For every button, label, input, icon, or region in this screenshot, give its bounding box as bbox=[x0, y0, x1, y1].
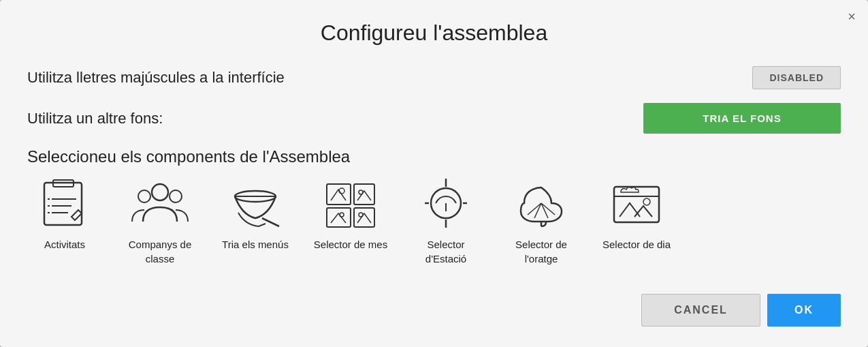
dialog-footer: CANCEL OK bbox=[27, 280, 841, 327]
selector-mes-icon bbox=[320, 177, 381, 232]
components-title: Seleccioneu els components de l'Assemble… bbox=[27, 147, 841, 166]
disabled-button[interactable]: DISABLED bbox=[752, 66, 841, 89]
svg-point-19 bbox=[340, 213, 344, 217]
close-button[interactable]: × bbox=[848, 10, 856, 23]
svg-point-20 bbox=[359, 213, 363, 217]
selector-mes-label: Selector de mes bbox=[314, 237, 387, 252]
activitats-label: Activitats bbox=[44, 237, 85, 252]
companys-icon bbox=[129, 177, 191, 232]
selector-estacio-icon bbox=[415, 177, 477, 232]
svg-point-33 bbox=[643, 198, 650, 205]
activitats-icon bbox=[34, 177, 95, 232]
icon-companys[interactable]: Companys de classe bbox=[123, 177, 197, 266]
components-section: Seleccioneu els components de l'Assemble… bbox=[27, 147, 841, 280]
tria-menus-icon bbox=[225, 177, 286, 232]
svg-line-28 bbox=[528, 203, 541, 215]
selector-oratge-label: Selector de l'oratge bbox=[504, 237, 579, 266]
svg-rect-13 bbox=[327, 184, 351, 205]
svg-line-31 bbox=[541, 203, 555, 215]
icon-activitats[interactable]: Activitats bbox=[27, 177, 102, 252]
svg-point-18 bbox=[359, 190, 363, 194]
uppercase-row: Utilitza lletres majúscules a la interfí… bbox=[27, 66, 841, 89]
tria-menus-label: Tria els menús bbox=[222, 237, 289, 252]
icon-tria-menus[interactable]: Tria els menús bbox=[218, 177, 293, 252]
dialog-title: Configureu l'assemblea bbox=[27, 20, 841, 46]
background-row: Utilitza un altre fons: TRIA EL FONS bbox=[27, 103, 841, 134]
svg-rect-15 bbox=[327, 208, 351, 227]
svg-point-9 bbox=[138, 190, 150, 202]
tria-el-fons-button[interactable]: TRIA EL FONS bbox=[643, 103, 841, 134]
svg-point-8 bbox=[152, 184, 168, 200]
icon-selector-oratge[interactable]: Selector de l'oratge bbox=[504, 177, 579, 266]
background-label: Utilitza un altre fons: bbox=[27, 110, 163, 127]
selector-dia-label: Selector de dia bbox=[602, 237, 671, 252]
svg-point-10 bbox=[170, 190, 182, 202]
uppercase-label: Utilitza lletres majúscules a la interfí… bbox=[27, 69, 285, 87]
icons-row: Activitats Companys de classe bbox=[27, 177, 841, 266]
cancel-button[interactable]: CANCEL bbox=[641, 294, 760, 327]
icon-selector-estacio[interactable]: Selector d'Estació bbox=[408, 177, 483, 266]
selector-dia-icon bbox=[606, 177, 667, 232]
dialog: × Configureu l'assemblea Utilitza lletre… bbox=[0, 0, 868, 347]
selector-estacio-label: Selector d'Estació bbox=[408, 237, 483, 266]
selector-oratge-icon bbox=[511, 177, 572, 232]
companys-label: Companys de classe bbox=[123, 237, 197, 266]
svg-rect-14 bbox=[354, 184, 374, 205]
ok-button[interactable]: OK bbox=[767, 294, 841, 327]
svg-rect-16 bbox=[354, 208, 374, 227]
icon-selector-dia[interactable]: Selector de dia bbox=[599, 177, 674, 252]
icon-selector-mes[interactable]: Selector de mes bbox=[313, 177, 388, 252]
